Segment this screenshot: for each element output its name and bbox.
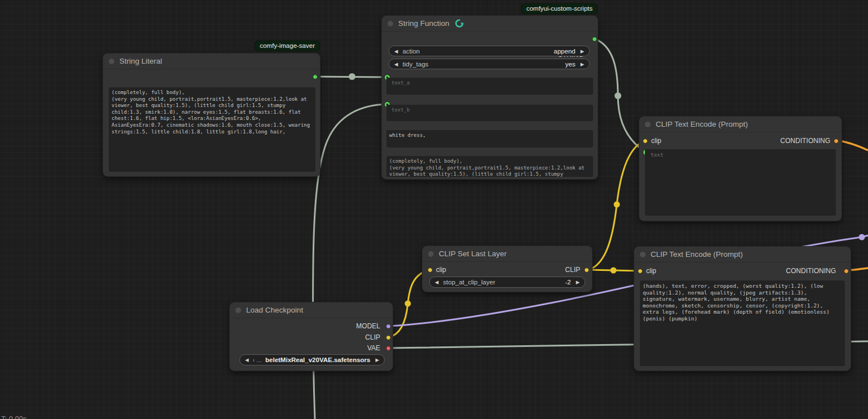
widget-name: stop_at_clip_layer — [443, 279, 496, 286]
output-slot-model[interactable] — [386, 324, 391, 329]
input-slot-clip[interactable] — [638, 269, 643, 274]
reroute-dot-string-b[interactable] — [615, 92, 621, 99]
widget-value: beletMixReal_v20VAE.safetensors — [265, 356, 370, 363]
node-clip-set-last-layer[interactable]: CLIP Set Last Layer clip CLIP ◀ stop_at_… — [422, 246, 592, 292]
node-title: CLIP Text Encode (Prompt) — [651, 250, 743, 258]
output-label-conditioning: CONDITIONING — [780, 137, 830, 145]
output-label-conditioning: CONDITIONING — [786, 267, 836, 275]
decrement-arrow-icon[interactable]: ◀ — [394, 48, 398, 54]
text-b-input-area[interactable]: text_b — [386, 105, 593, 121]
node-title: String Literal — [119, 57, 162, 65]
collapse-dot-icon[interactable] — [235, 307, 241, 313]
node-header: CLIP Text Encode (Prompt) — [639, 117, 842, 132]
decrement-arrow-icon[interactable]: ◀ — [245, 357, 249, 363]
node-header: String Function — [382, 16, 598, 32]
widget-action[interactable]: ◀ action append ▶ — [389, 46, 590, 56]
increment-arrow-icon[interactable]: ▶ — [580, 61, 584, 67]
truncation-ellipsis: ... — [256, 356, 262, 363]
text-input-area[interactable]: (hands), text, error, cropped, (worst qu… — [640, 280, 845, 366]
reroute-dot-string-a[interactable] — [349, 73, 355, 80]
widget-name: tidy_tags — [403, 61, 429, 68]
increment-arrow-icon[interactable]: ▶ — [375, 357, 379, 363]
node-clip-text-encode-positive[interactable]: CLIP Text Encode (Prompt) clip CONDITION… — [639, 117, 842, 221]
node-clip-text-encode-negative[interactable]: CLIP Text Encode (Prompt) clip CONDITION… — [634, 247, 851, 371]
collapse-dot-icon[interactable] — [645, 122, 651, 127]
output-slot-clip[interactable] — [584, 268, 589, 273]
reroute-dot-clip-c[interactable] — [614, 202, 620, 208]
widget-tidy-tags[interactable]: ◀ tidy_tags yes ▶ — [389, 59, 590, 69]
reroute-dot-clip-a[interactable] — [405, 301, 411, 307]
output-slot-clip[interactable] — [386, 335, 391, 340]
node-header: CLIP Text Encode (Prompt) — [634, 247, 851, 262]
collapse-dot-icon[interactable] — [388, 21, 393, 26]
node-header: String Literal — [103, 54, 320, 69]
output-slot-string[interactable] — [592, 37, 597, 42]
input-label-clip: clip — [436, 266, 446, 274]
collapse-dot-icon[interactable] — [428, 251, 434, 257]
node-source-badge: comfy-image-saver — [255, 41, 320, 51]
output-slot-vae[interactable] — [386, 346, 391, 351]
input-slot-clip[interactable] — [643, 139, 648, 144]
text-input-area[interactable]: text — [645, 149, 836, 216]
node-title: CLIP Text Encode (Prompt) — [656, 120, 748, 128]
output-slot-conditioning[interactable] — [834, 139, 839, 144]
widget-value: -2 — [565, 279, 571, 286]
function-result-preview: (completely, full body), (very young chi… — [386, 156, 593, 177]
render-time-status: T: 0.00s — [1, 414, 27, 419]
node-load-checkpoint[interactable]: Load Checkpoint MODEL CLIP VAE ◀ ck ... … — [230, 302, 393, 371]
string-literal-text-area[interactable]: (completely, full body), (very young chi… — [109, 87, 315, 172]
widget-stop-at-clip-layer[interactable]: ◀ stop_at_clip_layer -2 ▶ — [429, 277, 585, 288]
output-label-clip: CLIP — [565, 266, 580, 274]
output-slot-conditioning[interactable] — [844, 269, 849, 274]
output-label-clip: CLIP — [365, 333, 380, 341]
widget-value: yes — [566, 61, 576, 68]
reroute-dot-clip-b[interactable] — [611, 268, 617, 274]
custom-scripts-swirl-icon — [455, 19, 464, 28]
widget-name: action — [403, 48, 420, 55]
node-header: Load Checkpoint — [230, 302, 393, 318]
collapse-dot-icon[interactable] — [640, 252, 646, 257]
node-title: CLIP Set Last Layer — [439, 249, 507, 258]
collapse-dot-icon[interactable] — [109, 59, 114, 64]
wire-offscreen-to-text-b — [313, 104, 387, 419]
node-string-function[interactable]: String Function STRING ◀ action append ▶… — [382, 16, 598, 179]
output-slot-string[interactable] — [313, 74, 318, 79]
increment-arrow-icon[interactable]: ▶ — [580, 48, 584, 54]
widget-ckpt-name[interactable]: ◀ ck ... beletMixReal_v20VAE.safetensors… — [239, 354, 385, 365]
output-label-vae: VAE — [367, 344, 380, 352]
node-title: String Function — [398, 19, 449, 28]
widget-value: append — [554, 48, 575, 55]
input-slot-clip[interactable] — [428, 268, 433, 273]
widget-name: ck — [253, 356, 254, 363]
node-header: CLIP Set Last Layer — [422, 246, 592, 262]
input-label-clip: clip — [646, 267, 656, 275]
node-title: Load Checkpoint — [246, 306, 303, 314]
input-label-clip: clip — [651, 137, 661, 145]
output-label-model: MODEL — [356, 322, 380, 330]
decrement-arrow-icon[interactable]: ◀ — [435, 279, 439, 285]
increment-arrow-icon[interactable]: ▶ — [576, 279, 580, 285]
node-string-literal[interactable]: String Literal STRING (completely, full … — [103, 54, 320, 176]
node-source-badge: comfyui-custom-scripts — [521, 3, 598, 14]
text-c-input-area[interactable]: white dress, — [386, 130, 593, 148]
text-a-input-area[interactable]: text_a — [386, 78, 593, 95]
reroute-dot-model[interactable] — [859, 234, 865, 240]
decrement-arrow-icon[interactable]: ◀ — [394, 61, 398, 67]
